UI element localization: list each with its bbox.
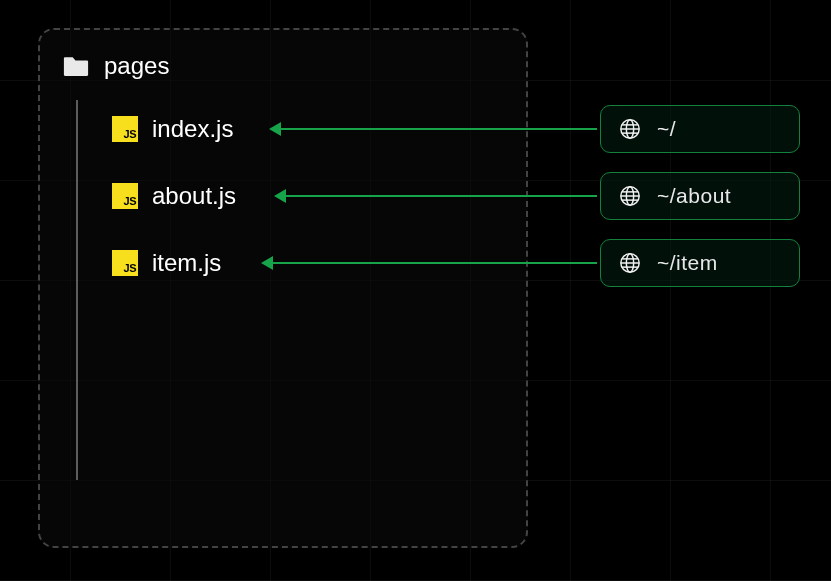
folder-icon bbox=[62, 55, 90, 77]
mapping-arrow bbox=[271, 128, 597, 130]
route-chip: ~/item bbox=[600, 239, 800, 287]
folder-name: pages bbox=[104, 52, 169, 80]
globe-icon bbox=[619, 252, 641, 274]
globe-icon bbox=[619, 118, 641, 140]
route-chip: ~/ bbox=[600, 105, 800, 153]
route-path: ~/about bbox=[657, 184, 731, 208]
js-file-icon: JS bbox=[112, 116, 138, 142]
file-name: index.js bbox=[152, 115, 233, 143]
file-name: about.js bbox=[152, 182, 236, 210]
globe-icon bbox=[619, 185, 641, 207]
route-path: ~/item bbox=[657, 251, 718, 275]
pages-directory-box bbox=[38, 28, 528, 548]
mapping-arrow bbox=[276, 195, 597, 197]
file-row: JS item.js bbox=[112, 249, 221, 277]
folder-row: pages bbox=[62, 52, 169, 80]
file-row: JS index.js bbox=[112, 115, 233, 143]
file-name: item.js bbox=[152, 249, 221, 277]
js-file-icon: JS bbox=[112, 183, 138, 209]
js-file-icon: JS bbox=[112, 250, 138, 276]
route-path: ~/ bbox=[657, 117, 676, 141]
mapping-arrow bbox=[263, 262, 597, 264]
route-chip: ~/about bbox=[600, 172, 800, 220]
tree-guide-line bbox=[76, 100, 78, 480]
file-row: JS about.js bbox=[112, 182, 236, 210]
